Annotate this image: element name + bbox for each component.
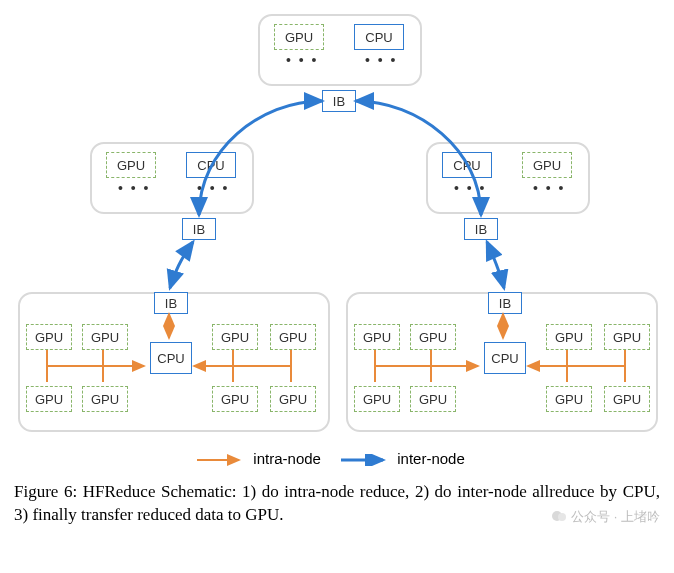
gpu-box: GPU: [270, 324, 316, 350]
gpu-box: GPU: [410, 324, 456, 350]
cpu-label: CPU: [491, 352, 518, 365]
gpu-label: GPU: [221, 393, 249, 406]
gpu-label: GPU: [91, 393, 119, 406]
cpu-label: CPU: [453, 159, 480, 172]
legend: intra-node inter-node: [10, 450, 664, 467]
dots: • • •: [365, 52, 397, 68]
legend-intra-arrow-icon: [195, 454, 245, 466]
gpu-box: GPU: [82, 324, 128, 350]
legend-inter-label: inter-node: [397, 450, 465, 467]
diagram-canvas: GPU • • • CPU • • • IB GPU • • • CPU • •…: [10, 10, 664, 440]
gpu-label: GPU: [613, 393, 641, 406]
ib-label: IB: [333, 95, 345, 108]
gpu-label: GPU: [35, 331, 63, 344]
cpu-box: CPU: [442, 152, 492, 178]
cpu-label: CPU: [365, 31, 392, 44]
gpu-label: GPU: [279, 331, 307, 344]
gpu-label: GPU: [279, 393, 307, 406]
gpu-box: GPU: [354, 324, 400, 350]
gpu-box: GPU: [354, 386, 400, 412]
dots: • • •: [197, 180, 229, 196]
gpu-label: GPU: [35, 393, 63, 406]
gpu-box: GPU: [410, 386, 456, 412]
dots: • • •: [286, 52, 318, 68]
gpu-label: GPU: [613, 331, 641, 344]
cpu-box: CPU: [354, 24, 404, 50]
cpu-box-leaf-right: CPU: [484, 342, 526, 374]
ib-box-mid-left: IB: [182, 218, 216, 240]
gpu-box: GPU: [546, 386, 592, 412]
gpu-label: GPU: [363, 393, 391, 406]
cpu-box-leaf-left: CPU: [150, 342, 192, 374]
dots: • • •: [454, 180, 486, 196]
node-group-root: GPU • • • CPU • • •: [258, 14, 422, 86]
gpu-box: GPU: [212, 386, 258, 412]
ib-label: IB: [499, 297, 511, 310]
gpu-label: GPU: [555, 393, 583, 406]
ib-box-root: IB: [322, 90, 356, 112]
gpu-box: GPU: [26, 324, 72, 350]
gpu-box: GPU: [212, 324, 258, 350]
wechat-icon: [551, 508, 567, 527]
gpu-label: GPU: [419, 331, 447, 344]
gpu-box: GPU: [604, 386, 650, 412]
gpu-label: GPU: [419, 393, 447, 406]
ib-box-leaf-right: IB: [488, 292, 522, 314]
watermark-text: 公众号 · 上堵吟: [571, 509, 660, 524]
gpu-box: GPU: [522, 152, 572, 178]
node-group-mid-right: CPU • • • GPU • • •: [426, 142, 590, 214]
gpu-box: GPU: [270, 386, 316, 412]
gpu-box: GPU: [82, 386, 128, 412]
gpu-label: GPU: [117, 159, 145, 172]
gpu-box: GPU: [546, 324, 592, 350]
gpu-label: GPU: [221, 331, 249, 344]
cpu-label: CPU: [197, 159, 224, 172]
cpu-label: CPU: [157, 352, 184, 365]
ib-box-mid-right: IB: [464, 218, 498, 240]
ib-label: IB: [165, 297, 177, 310]
ib-label: IB: [193, 223, 205, 236]
gpu-box: GPU: [106, 152, 156, 178]
ib-box-leaf-left: IB: [154, 292, 188, 314]
node-group-mid-left: GPU • • • CPU • • •: [90, 142, 254, 214]
dots: • • •: [533, 180, 565, 196]
gpu-box: GPU: [26, 386, 72, 412]
gpu-label: GPU: [533, 159, 561, 172]
gpu-label: GPU: [285, 31, 313, 44]
gpu-box: GPU: [604, 324, 650, 350]
watermark: 公众号 · 上堵吟: [551, 508, 660, 527]
cpu-box: CPU: [186, 152, 236, 178]
svg-point-25: [558, 513, 566, 521]
legend-inter-arrow-icon: [339, 454, 389, 466]
gpu-box: GPU: [274, 24, 324, 50]
gpu-label: GPU: [555, 331, 583, 344]
legend-intra-label: intra-node: [253, 450, 321, 467]
dots: • • •: [118, 180, 150, 196]
node-group-leaf-left: IB CPU GPU GPU GPU GPU GPU GPU GPU GPU: [18, 292, 330, 432]
ib-label: IB: [475, 223, 487, 236]
node-group-leaf-right: IB CPU GPU GPU GPU GPU GPU GPU GPU GPU: [346, 292, 658, 432]
gpu-label: GPU: [91, 331, 119, 344]
gpu-label: GPU: [363, 331, 391, 344]
